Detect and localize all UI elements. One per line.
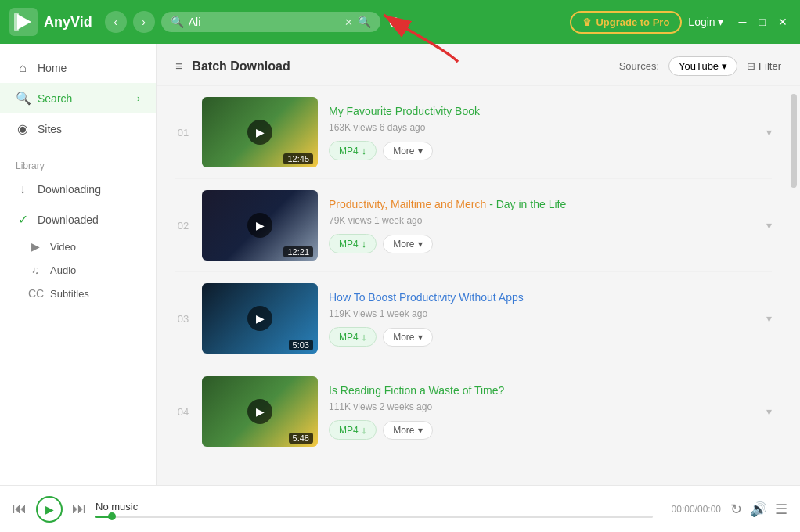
- more-chevron-icon: ▾: [418, 239, 423, 250]
- more-button[interactable]: More ▾: [383, 421, 432, 440]
- more-button[interactable]: More ▾: [383, 235, 432, 253]
- home-icon: ⌂: [16, 61, 30, 75]
- download-icon: ↓: [362, 331, 367, 343]
- play-overlay[interactable]: ▶: [247, 399, 272, 424]
- video-title: My Favourite Productivity Book: [329, 104, 755, 118]
- video-duration: 12:45: [283, 153, 313, 164]
- volume-button[interactable]: 🔊: [750, 501, 767, 518]
- progress-dot: [108, 512, 116, 520]
- sidebar-item-video[interactable]: ▶ Video: [0, 235, 156, 258]
- video-num: 03: [175, 313, 191, 325]
- chevron-down-icon: ▾: [718, 16, 723, 28]
- back-button[interactable]: ‹: [105, 11, 127, 33]
- source-value: YouTube: [679, 60, 719, 72]
- video-thumbnail[interactable]: ▶ 12:45: [202, 97, 318, 167]
- more-label: More: [393, 425, 414, 436]
- play-overlay[interactable]: ▶: [247, 213, 272, 238]
- player-time: 00:00/00:00: [672, 504, 721, 515]
- mp4-button[interactable]: MP4 ↓: [329, 327, 377, 347]
- video-info: Is Reading Fiction a Waste of Time? 111K…: [329, 383, 755, 440]
- collapse-button[interactable]: ▾: [766, 126, 772, 138]
- sidebar-divider: [0, 149, 156, 149]
- sidebar-item-sites[interactable]: ◉ Sites: [0, 113, 156, 144]
- sidebar-item-search[interactable]: 🔍 Search ›: [0, 83, 156, 113]
- mp4-label: MP4: [339, 146, 359, 156]
- add-button[interactable]: ⊕: [388, 12, 402, 32]
- sidebar-sites-label: Sites: [38, 123, 62, 135]
- collapse-button[interactable]: ▾: [766, 405, 772, 418]
- video-meta: 111K views 2 weeks ago: [329, 401, 755, 412]
- batch-icon: ≡: [175, 59, 182, 74]
- sidebar-item-subtitles[interactable]: CC Subtitles: [0, 282, 156, 305]
- source-button[interactable]: YouTube ▾: [668, 56, 737, 76]
- sidebar-subtitles-label: Subtitles: [50, 288, 89, 300]
- sites-icon: ◉: [16, 121, 30, 136]
- sidebar-item-home[interactable]: ⌂ Home: [0, 53, 156, 83]
- sidebar-audio-label: Audio: [50, 264, 76, 276]
- video-meta: 163K views 6 days ago: [329, 122, 755, 133]
- search-icon[interactable]: 🔍: [358, 16, 371, 28]
- sidebar-item-audio[interactable]: ♫ Audio: [0, 258, 156, 282]
- sidebar-downloaded-label: Downloaded: [38, 214, 99, 226]
- video-item-1: 01 ▶ 12:45 My Favourite Productivity Boo…: [175, 86, 772, 179]
- download-icon: ↓: [362, 424, 367, 436]
- queue-button[interactable]: ☰: [775, 501, 787, 518]
- video-thumbnail[interactable]: ▶ 5:48: [202, 376, 318, 447]
- minimize-button[interactable]: ─: [736, 14, 750, 30]
- mp4-label: MP4: [339, 332, 359, 343]
- collapse-button[interactable]: ▾: [766, 312, 772, 325]
- mp4-button[interactable]: MP4 ↓: [329, 420, 377, 440]
- scrollbar-thumb[interactable]: [791, 94, 797, 188]
- sidebar-home-label: Home: [38, 62, 67, 74]
- more-chevron-icon: ▾: [418, 425, 423, 436]
- video-actions: MP4 ↓ More ▾: [329, 420, 755, 440]
- video-duration: 5:48: [289, 433, 313, 444]
- mp4-button[interactable]: MP4 ↓: [329, 141, 377, 160]
- maximize-button[interactable]: □: [756, 14, 769, 30]
- search-input[interactable]: [189, 16, 340, 28]
- video-actions: MP4 ↓ More ▾: [329, 141, 755, 160]
- video-meta: 79K views 1 week ago: [329, 215, 755, 226]
- video-num: 04: [175, 406, 191, 418]
- repeat-button[interactable]: ↻: [730, 501, 742, 518]
- play-button[interactable]: ▶: [36, 496, 63, 523]
- video-duration: 12:21: [283, 246, 313, 257]
- add-icon: ⊕: [388, 13, 402, 31]
- scrollbar[interactable]: [791, 86, 800, 485]
- sidebar-video-label: Video: [50, 241, 76, 253]
- video-thumbnail[interactable]: ▶ 5:03: [202, 283, 318, 354]
- audio-icon: ♫: [28, 264, 42, 276]
- play-icon: ▶: [45, 503, 54, 516]
- close-button[interactable]: ✕: [775, 14, 791, 30]
- play-overlay[interactable]: ▶: [247, 120, 272, 145]
- source-chevron-icon: ▾: [722, 60, 727, 72]
- next-button[interactable]: ⏭: [72, 501, 86, 517]
- more-button[interactable]: More ▾: [383, 142, 432, 160]
- video-thumbnail[interactable]: ▶ 12:21: [202, 190, 318, 261]
- forward-button[interactable]: ›: [133, 11, 155, 33]
- prev-button[interactable]: ⏮: [13, 501, 27, 517]
- more-button[interactable]: More ▾: [383, 328, 432, 347]
- downloaded-icon: ✓: [16, 212, 30, 227]
- search-bar-container: 🔍 ✕ 🔍: [161, 12, 380, 32]
- close-search-icon[interactable]: ✕: [344, 16, 353, 28]
- video-num: 02: [175, 220, 191, 232]
- filter-button[interactable]: ⊟ Filter: [747, 60, 781, 72]
- sidebar-item-downloading[interactable]: ↓ Downloading: [0, 174, 156, 204]
- login-button[interactable]: Login ▾: [688, 16, 723, 28]
- video-num: 01: [175, 127, 191, 138]
- sidebar-item-downloaded[interactable]: ✓ Downloaded: [0, 204, 156, 235]
- player-info: No music: [95, 501, 653, 518]
- download-icon: ↓: [362, 145, 367, 156]
- video-list-wrapper: 01 ▶ 12:45 My Favourite Productivity Boo…: [157, 86, 800, 485]
- play-overlay[interactable]: ▶: [247, 306, 272, 331]
- title-bar: AnyVid ‹ › 🔍 ✕ 🔍 ⊕ ♛ Upgrade to Pro Logi…: [0, 0, 800, 44]
- video-title: Productivity, Mailtime and Merch - Day i…: [329, 197, 755, 211]
- video-actions: MP4 ↓ More ▾: [329, 327, 755, 347]
- sidebar-downloading-label: Downloading: [38, 183, 101, 196]
- player-progress[interactable]: [95, 516, 653, 518]
- collapse-button[interactable]: ▾: [766, 219, 772, 232]
- mp4-button[interactable]: MP4 ↓: [329, 234, 377, 253]
- more-chevron-icon: ▾: [418, 146, 423, 156]
- upgrade-button[interactable]: ♛ Upgrade to Pro: [570, 11, 682, 34]
